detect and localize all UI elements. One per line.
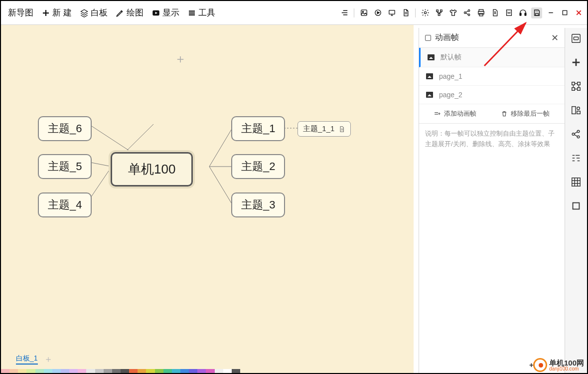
- rail-share-icon[interactable]: [569, 127, 584, 142]
- show-button[interactable]: 显示: [151, 7, 179, 18]
- svg-rect-35: [572, 107, 576, 114]
- pdf-icon[interactable]: [489, 7, 500, 18]
- monitor-icon[interactable]: [386, 7, 397, 18]
- bottom-tabs: 白板_1 ＋: [16, 353, 53, 365]
- svg-line-24: [209, 128, 232, 167]
- svg-rect-33: [572, 88, 575, 91]
- svg-point-2: [362, 11, 363, 12]
- frame-item-page1[interactable]: page_1: [419, 67, 565, 86]
- svg-rect-14: [479, 13, 482, 16]
- gear-icon[interactable]: [420, 7, 431, 18]
- sitemap-icon[interactable]: [434, 7, 444, 18]
- add-tab-button[interactable]: ＋: [44, 353, 53, 365]
- menu-icon: [187, 8, 196, 17]
- svg-rect-37: [577, 111, 580, 114]
- maximize-icon[interactable]: [559, 7, 570, 18]
- add-frame-button[interactable]: 添加动画帧: [434, 109, 476, 118]
- rail-square-icon[interactable]: [569, 198, 584, 213]
- topic-1-1-node[interactable]: 主题_1_1: [297, 121, 351, 137]
- frame-item-default[interactable]: 默认帧: [419, 48, 565, 67]
- svg-line-23: [89, 167, 112, 200]
- save-icon[interactable]: [531, 7, 542, 18]
- svg-point-36: [577, 107, 580, 110]
- svg-rect-41: [572, 178, 581, 187]
- topic-6-node[interactable]: 主题_6: [38, 116, 92, 141]
- svg-rect-29: [572, 34, 581, 43]
- svg-rect-1: [361, 10, 366, 15]
- rail-add-icon[interactable]: [569, 55, 584, 70]
- panel-title-icon: [425, 35, 431, 41]
- main-toolbar: 新导图 新 建 白板 绘图 显示 工具: [1, 1, 587, 25]
- rail-layout-icon[interactable]: [569, 103, 584, 118]
- canvas-area[interactable]: ＋ 单机100 主题_6 主题_5 主题_4 主题_1 主题_2 主题_3 主题…: [1, 25, 414, 373]
- whiteboard-button[interactable]: 白板: [80, 7, 108, 18]
- svg-rect-42: [573, 203, 580, 209]
- doc-icon[interactable]: [400, 7, 411, 18]
- svg-rect-30: [574, 37, 578, 40]
- panel-note: 说明：每一帧可以独立控制自由主题位置、子主题展开/关闭、删除线、高亮、涂抹等效果: [419, 124, 565, 155]
- topic-3-node[interactable]: 主题_3: [231, 192, 285, 217]
- brand-label: 新导图: [8, 7, 33, 18]
- svg-rect-16: [520, 13, 521, 15]
- layers-icon: [80, 8, 89, 17]
- new-button[interactable]: 新 建: [41, 7, 72, 18]
- play-icon: [151, 8, 160, 17]
- svg-rect-19: [535, 13, 538, 15]
- topic-1-node[interactable]: 主题_1: [231, 116, 285, 141]
- minimize-icon[interactable]: [545, 7, 556, 18]
- frame-thumb-icon: [426, 73, 433, 79]
- svg-point-5: [424, 11, 426, 13]
- remove-frame-button[interactable]: 移除最后一帧: [501, 109, 550, 118]
- align-icon[interactable]: [339, 7, 350, 18]
- watermark: + 单机100网danji100.com: [533, 358, 584, 372]
- frame-item-page2[interactable]: page_2: [419, 86, 565, 104]
- frame-thumb-icon: [426, 92, 433, 98]
- svg-rect-15: [506, 10, 511, 15]
- image-icon[interactable]: [358, 7, 369, 18]
- topic-5-node[interactable]: 主题_5: [38, 154, 92, 179]
- svg-rect-18: [535, 10, 538, 12]
- rail-node-icon[interactable]: [569, 31, 584, 46]
- print-icon[interactable]: [475, 7, 486, 18]
- svg-rect-4: [389, 10, 394, 14]
- right-icon-rail: [565, 28, 587, 373]
- svg-rect-17: [525, 13, 526, 15]
- word-icon[interactable]: [503, 7, 514, 18]
- shirt-icon[interactable]: [447, 7, 458, 18]
- share-icon[interactable]: [461, 7, 472, 18]
- color-strip[interactable]: [1, 369, 240, 373]
- svg-rect-7: [440, 10, 442, 12]
- trash-icon: [501, 110, 508, 117]
- tools-button[interactable]: 工具: [187, 7, 215, 18]
- rail-structure-icon[interactable]: [569, 79, 584, 94]
- topic-4-node[interactable]: 主题_4: [38, 192, 92, 217]
- play-circle-icon[interactable]: [372, 7, 383, 18]
- svg-rect-20: [563, 10, 567, 15]
- panel-close-button[interactable]: ✕: [551, 32, 559, 43]
- svg-rect-6: [436, 10, 438, 12]
- rail-grid-icon[interactable]: [569, 175, 584, 189]
- headset-icon[interactable]: [517, 7, 528, 18]
- draw-button[interactable]: 绘图: [116, 7, 144, 18]
- plus-icon: [41, 8, 50, 17]
- svg-line-22: [89, 162, 112, 167]
- svg-rect-32: [578, 82, 581, 85]
- center-node[interactable]: 单机100: [111, 152, 193, 187]
- animation-panel: 动画帧 ✕ 默认帧 page_1 page_2 添加动画帧 移除最后一帧 说明：: [419, 28, 565, 373]
- svg-rect-31: [572, 82, 575, 85]
- rail-outline-icon[interactable]: [569, 151, 584, 166]
- cursor-plus-icon: ＋: [174, 51, 186, 67]
- whiteboard-tab[interactable]: 白板_1: [16, 354, 38, 365]
- svg-rect-8: [438, 14, 440, 16]
- frame-thumb-icon: [428, 54, 435, 60]
- note-icon: [338, 126, 345, 133]
- pencil-icon: [116, 8, 125, 17]
- close-icon[interactable]: [573, 7, 584, 18]
- panel-title: 动画帧: [425, 32, 459, 43]
- add-frame-icon: [434, 110, 441, 117]
- topic-2-node[interactable]: 主题_2: [231, 154, 285, 179]
- svg-line-26: [209, 167, 232, 204]
- svg-rect-34: [578, 88, 581, 91]
